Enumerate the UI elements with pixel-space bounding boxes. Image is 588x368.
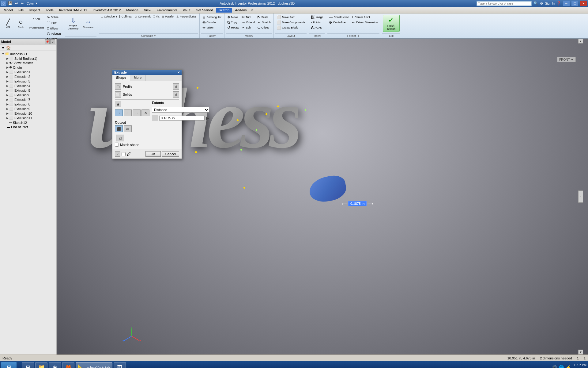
footer-checkbox[interactable]	[122, 152, 126, 156]
menu-inventorcam2012[interactable]: InventorCAM 2012	[90, 8, 123, 13]
surface-toggle-btn[interactable]: ◱	[116, 135, 124, 141]
tree-expand-extrusion6[interactable]: ▶	[6, 93, 9, 97]
points-btn[interactable]: · Points	[310, 20, 324, 25]
distance-arrow-btn[interactable]: ▶	[206, 116, 209, 121]
offset-btn[interactable]: ⊂ Offset	[256, 25, 272, 30]
tree-expand-extrusion2[interactable]: ▶	[6, 75, 9, 79]
tree-item-extrusion5[interactable]: ▶ ⬜ Extrusion5	[1, 88, 56, 93]
tree-expand-sketch12[interactable]	[6, 121, 9, 125]
menu-inventorcam2011[interactable]: InventorCAM 2011	[57, 8, 90, 13]
rectangle-btn[interactable]: ▭ Rectangle	[28, 24, 45, 32]
constrain-btn6[interactable]: ⊥Perpendicular	[175, 15, 198, 18]
tree-expand-extrusion4[interactable]: ▶	[6, 84, 9, 88]
taskbar-explorer-btn[interactable]: 📁	[35, 362, 47, 368]
cancel-btn[interactable]: Cancel	[162, 151, 179, 157]
polygon-btn[interactable]: ⬡ Polygon	[46, 31, 62, 36]
start-button[interactable]: ⊞	[1, 362, 17, 368]
viewport-scroll-down[interactable]: ▼	[578, 350, 583, 355]
split-btn[interactable]: ✂ Split	[241, 25, 256, 30]
tree-item-extrusion4[interactable]: ▶ ⬜ Extrusion4	[1, 83, 56, 88]
rectangular-btn[interactable]: ⊞ Rectangular	[202, 15, 222, 20]
tree-item-extrusion3[interactable]: ▶ ⬜ Extrusion3	[1, 79, 56, 83]
taskbar-chrome-btn[interactable]: ◉	[49, 362, 61, 368]
line-btn[interactable]: ╱ Line	[2, 15, 14, 33]
tree-expand-extrusion7[interactable]: ▶	[6, 98, 9, 102]
menu-inspect[interactable]: Inspect	[27, 8, 43, 13]
construction-btn[interactable]: — Construction	[328, 15, 350, 20]
fillet-btn[interactable]: ⌒ Fillet	[46, 20, 62, 26]
tree-expand-origin[interactable]: ▶	[6, 66, 9, 69]
viewport-scroll-up[interactable]: ▲	[578, 39, 583, 44]
tree-expand-eop[interactable]	[3, 125, 7, 129]
menu-view[interactable]: View	[141, 8, 154, 13]
restore-btn[interactable]: ❐	[571, 1, 578, 6]
solids-print-btn[interactable]: 🖨	[173, 91, 179, 98]
output-surface-btn[interactable]: ▭	[124, 125, 132, 132]
tree-item-extrusion10[interactable]: ▶ ⬜ Extrusion10	[1, 111, 56, 116]
create-block-btn[interactable]: ⬜ Create Block	[276, 25, 306, 30]
constrain-btn2[interactable]: ∥Collinear	[118, 15, 134, 18]
spline-btn[interactable]: ∿ Spline	[46, 15, 62, 20]
mirror-btn[interactable]: ⇔ Mirror	[202, 25, 222, 30]
help-btn[interactable]: ❓	[556, 1, 561, 6]
tree-item-solid-bodies[interactable]: ▶ ⬜ Solid Bodies(1)	[1, 56, 56, 61]
minimize-btn[interactable]: ─	[563, 1, 570, 6]
solids-icon-btn[interactable]: ⬜	[115, 91, 121, 98]
copy-btn[interactable]: ⧉ Copy	[226, 20, 240, 25]
extrude-close-btn[interactable]: ✕	[177, 71, 180, 74]
make-part-btn[interactable]: ⬜ Make Part	[276, 15, 306, 20]
trim-btn[interactable]: ✂ Trim	[241, 15, 256, 20]
constrain-expand[interactable]: ▼	[154, 35, 156, 37]
quick-save[interactable]: 💾	[8, 1, 13, 6]
tree-item-extrusion8[interactable]: ▶ ⬜ Extrusion8	[1, 102, 56, 106]
match-shape-checkbox[interactable]	[115, 143, 119, 147]
quick-undo[interactable]: ↩	[15, 1, 18, 6]
tree-item-sketch12[interactable]: ✏ Sketch12	[1, 120, 56, 125]
menu-addins[interactable]: Add-Ins	[233, 8, 249, 13]
taskbar-firefox-btn[interactable]: 🦊	[62, 362, 74, 368]
menu-manage[interactable]: Manage	[124, 8, 141, 13]
rotate-btn[interactable]: ↺ Rotate	[226, 25, 240, 30]
model-home-icon[interactable]: 🏠	[6, 46, 11, 50]
centerline-btn[interactable]: ⊙ Centerline	[328, 20, 350, 25]
viewport-scroll-mid[interactable]: ⋮	[578, 190, 583, 203]
tab-close[interactable]: ✕	[251, 8, 254, 12]
constrain-btn1[interactable]: ⊥Coincident	[100, 15, 118, 18]
dir-btn-both[interactable]: ↔	[133, 109, 141, 116]
extents-type-select[interactable]: Distance To To All Between	[152, 107, 209, 113]
constrain-btn5[interactable]: ⊞Parallel	[161, 15, 175, 18]
menu-tools[interactable]: Tools	[43, 8, 56, 13]
model-pin-btn[interactable]: 📌	[45, 39, 50, 44]
constrain-btn4[interactable]: ⌶Fix	[153, 15, 160, 18]
project-geometry-btn[interactable]: ⇩ ProjectGeometry	[66, 15, 81, 33]
ellipse-btn[interactable]: ⬯ Ellipse	[46, 26, 62, 31]
image-btn[interactable]: 🖼 Image	[310, 15, 324, 20]
dir-btn-left[interactable]: ←	[124, 109, 132, 116]
extents-print-btn[interactable]: 🖨	[115, 101, 121, 107]
circle-btn[interactable]: ○ Circle	[15, 15, 27, 33]
quick-redo[interactable]: ↪	[21, 1, 24, 6]
circular-btn[interactable]: ◎ Circular	[202, 20, 222, 25]
settings-icon[interactable]: ⚙	[540, 1, 543, 6]
tree-item-view-master[interactable]: ▶ 👁 View: Master	[1, 61, 56, 65]
taskbar-windows-btn[interactable]: ⊞	[22, 362, 34, 368]
tree-item-extrusion1[interactable]: ▶ ⬜ Extrusion1	[1, 70, 56, 74]
menu-vault[interactable]: Vault	[180, 8, 193, 13]
driven-dimension-btn[interactable]: ↔ Driven Dimension	[351, 20, 379, 25]
viewport[interactable]: uchess ⟵ 0.1875 in ⟶ FRONT ▼ X Y	[57, 39, 588, 355]
tree-item-origin[interactable]: ▶ ⊕ Origin	[1, 65, 56, 70]
footer-info-btn[interactable]: ?	[115, 151, 120, 157]
tree-item-extrusion7[interactable]: ▶ ⬜ Extrusion7	[1, 97, 56, 102]
arc-btn[interactable]: ◠ Arc	[28, 15, 45, 23]
stretch-btn[interactable]: ↔ Stretch	[256, 20, 272, 25]
output-solid-btn[interactable]: ⬛	[115, 125, 123, 132]
ok-btn[interactable]: OK	[145, 151, 161, 157]
extend-btn[interactable]: → Extend	[241, 20, 256, 25]
tree-item-duchess3d[interactable]: ▼ 📁 duchess3D	[1, 52, 56, 56]
search-input[interactable]	[477, 1, 532, 6]
menu-file[interactable]: File	[16, 8, 26, 13]
distance-input[interactable]: 0.1875 in	[159, 116, 205, 121]
tree-expand-duchess3d[interactable]: ▼	[1, 52, 5, 56]
tree-expand-extrusion11[interactable]: ▶	[6, 116, 9, 120]
tree-item-extrusion6[interactable]: ▶ ⬜ Extrusion6	[1, 93, 56, 97]
